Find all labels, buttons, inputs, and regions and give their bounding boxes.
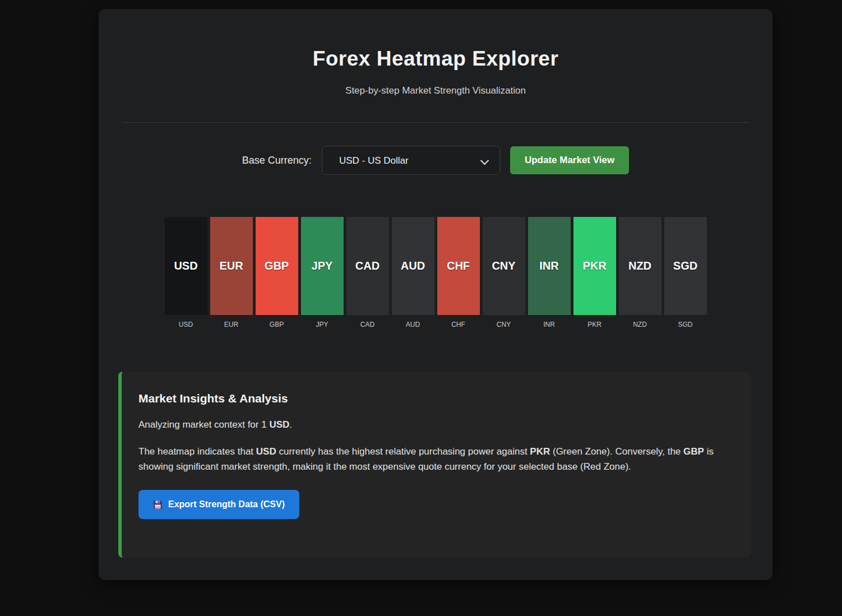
base-currency-select-wrap: USD - US Dollar [322, 146, 500, 175]
heatmap-tile-label: USD [165, 321, 207, 328]
heatmap-tile: EUR [210, 217, 253, 315]
heatmap-tile-label: EUR [210, 321, 253, 328]
heatmap-column: NZD NZD [619, 217, 661, 328]
heatmap-tile: SGD [664, 217, 707, 315]
heatmap-tile: JPY [301, 217, 344, 315]
heatmap-tile-label: CHF [437, 321, 480, 328]
heatmap-column: USD USD [165, 217, 207, 328]
heatmap-column: CNY CNY [483, 217, 525, 328]
heatmap-tile-label: INR [528, 321, 571, 328]
heatmap-column: AUD AUD [392, 217, 434, 328]
heatmap-column: PKR PKR [573, 217, 616, 328]
heatmap-tile: CNY [483, 217, 525, 315]
heatmap-tile-label: CAD [346, 321, 389, 328]
heatmap-tile: INR [528, 217, 571, 315]
base-currency-select[interactable]: USD - US Dollar [322, 146, 500, 175]
heatmap-column: CAD CAD [346, 217, 389, 328]
controls-row: Base Currency: USD - US Dollar Update Ma… [99, 146, 772, 175]
export-csv-button[interactable]: Export Strength Data (CSV) [138, 490, 299, 519]
heatmap-tile: CAD [346, 217, 389, 315]
divider [122, 122, 750, 123]
heatmap-tile: PKR [573, 217, 616, 315]
page-title: Forex Heatmap Explorer [99, 47, 772, 71]
app-card: Forex Heatmap Explorer Step-by-step Mark… [99, 9, 772, 580]
heatmap-tile-label: PKR [573, 321, 616, 328]
export-csv-label: Export Strength Data (CSV) [168, 499, 285, 510]
heatmap: USD USD EUR EUR GBP GBP JPY JPY CAD CAD … [99, 217, 772, 328]
heatmap-tile: NZD [619, 217, 661, 315]
heatmap-column: GBP GBP [256, 217, 298, 328]
heatmap-tile-label: JPY [301, 321, 344, 328]
base-currency-label: Base Currency: [242, 155, 312, 166]
heatmap-column: INR INR [528, 217, 571, 328]
heatmap-tile-label: SGD [664, 321, 707, 328]
heatmap-tile-label: CNY [483, 321, 525, 328]
heatmap-column: EUR EUR [210, 217, 253, 328]
update-market-view-button[interactable]: Update Market View [510, 146, 629, 174]
page-subtitle: Step-by-step Market Strength Visualizati… [99, 85, 772, 96]
insights-heading: Market Insights & Analysis [138, 392, 729, 405]
heatmap-tile: AUD [392, 217, 434, 315]
heatmap-column: CHF CHF [437, 217, 480, 328]
heatmap-tile-label: NZD [619, 321, 661, 328]
insights-intro: Analyzing market context for 1 USD. [138, 418, 716, 432]
heatmap-tile: GBP [256, 217, 298, 315]
insights-panel: Market Insights & Analysis Analyzing mar… [118, 372, 751, 558]
heatmap-tile-label: AUD [392, 321, 434, 328]
heatmap-tile: CHF [437, 217, 480, 315]
heatmap-tile: USD [165, 217, 207, 315]
floppy-disk-icon [153, 500, 163, 510]
insights-analysis: The heatmap indicates that USD currently… [138, 444, 716, 474]
heatmap-column: SGD SGD [664, 217, 707, 328]
heatmap-column: JPY JPY [301, 217, 344, 328]
heatmap-tile-label: GBP [256, 321, 298, 328]
